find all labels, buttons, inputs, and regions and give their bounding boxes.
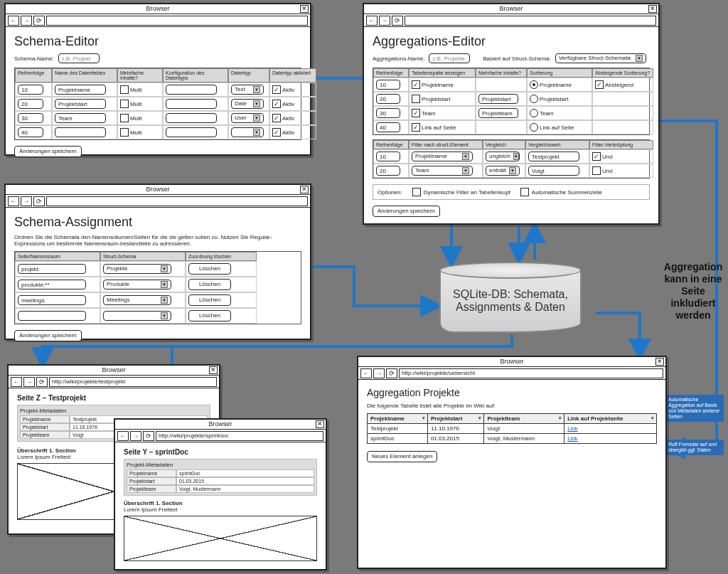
namespace-input[interactable]: produkte:** [18,280,86,289]
show-column-checkbox[interactable] [412,95,420,103]
compare-select[interactable]: ungleich▼ [486,152,520,161]
datatype-select[interactable]: Text▼ [231,85,264,95]
datatype-select[interactable]: User▼ [231,113,264,123]
schema-select[interactable]: Meetings▼ [103,295,171,305]
config-input[interactable] [166,113,217,123]
schema-name-input[interactable]: z.B. Projekt [58,53,100,63]
forward-icon[interactable]: → [21,196,32,206]
forward-icon[interactable]: → [21,16,32,26]
config-input[interactable] [166,127,217,137]
field-name-input[interactable]: Team [55,113,106,123]
url-input[interactable]: http://wiki/projekte/testprojekt [49,377,217,387]
show-column-checkbox[interactable]: ✓ [412,123,420,132]
close-icon[interactable]: ✕ [209,366,218,374]
project-link[interactable]: Link [567,435,578,442]
desc-checkbox[interactable]: ✓ [595,80,604,89]
back-icon[interactable]: ← [11,377,22,387]
order-input[interactable]: 10 [376,152,400,161]
sort-icon[interactable]: ▾ [478,415,481,421]
close-icon[interactable]: ✕ [316,420,324,428]
sort-radio[interactable] [530,95,538,103]
active-checkbox[interactable]: ✓ [272,85,281,94]
config-input[interactable] [166,99,217,109]
order-input[interactable]: 10 [376,80,400,90]
delete-button[interactable]: Löschen [188,279,231,290]
multi-checkbox[interactable] [120,85,129,94]
aggregation-name-input[interactable]: z.B. Projekte [429,53,470,63]
field-name-input[interactable]: Projektstart [55,99,106,109]
compare-value-input[interactable]: Testprojekt [528,152,579,161]
filter-link-checkbox[interactable]: ✓ [592,152,601,161]
forward-icon[interactable]: → [23,377,35,387]
back-icon[interactable]: ← [8,196,19,206]
active-checkbox[interactable]: ✓ [272,100,281,108]
sort-radio[interactable] [530,80,538,89]
schema-select[interactable]: ▼ [103,311,171,321]
forward-icon[interactable]: → [373,368,385,378]
multi-checkbox[interactable] [120,114,129,122]
show-column-checkbox[interactable]: ✓ [412,109,420,117]
sort-icon[interactable]: ▾ [559,415,562,421]
sort-icon[interactable]: ▾ [651,415,654,421]
url-input[interactable] [46,16,308,26]
save-button[interactable]: Änderungen speichern [14,330,82,341]
url-input[interactable] [46,196,308,206]
order-input[interactable]: 20 [376,94,400,104]
field-name-input[interactable]: Projektname [55,85,106,95]
schema-select[interactable]: Produkte▼ [103,280,171,289]
save-button[interactable]: Änderungen speichern [373,206,440,217]
order-input[interactable]: 10 [18,85,43,95]
config-input[interactable] [166,85,217,95]
multi-input[interactable]: Projektstart [478,94,518,104]
filter-link-checkbox[interactable] [592,166,601,175]
back-icon[interactable]: ← [117,431,129,441]
active-checkbox[interactable]: ✓ [272,128,281,137]
close-icon[interactable]: ✕ [300,5,309,13]
option-sum-row-checkbox[interactable] [520,188,529,196]
close-icon[interactable]: ✕ [655,358,664,366]
filter-element-select[interactable]: Team▼ [412,166,473,176]
url-input[interactable]: http://wiki/projekte/sprintdoc [156,431,323,441]
field-name-input[interactable] [55,127,106,137]
back-icon[interactable]: ← [8,16,19,26]
delete-button[interactable]: Löschen [188,310,231,321]
reload-icon[interactable]: ⟳ [143,431,154,441]
close-icon[interactable]: ✕ [300,186,309,193]
compare-value-input[interactable]: Voigt [528,166,579,176]
url-input[interactable]: http://wiki/projekte/uebersicht [399,368,663,378]
sort-icon[interactable]: ▾ [422,415,425,421]
new-element-button[interactable]: Neues Element anlegen [367,451,437,462]
order-input[interactable]: 30 [18,113,43,123]
back-icon[interactable]: ← [366,16,378,26]
project-link[interactable]: Link [567,425,578,432]
order-input[interactable]: 20 [376,166,400,176]
sort-radio[interactable] [530,109,538,117]
order-input[interactable]: 40 [376,122,400,132]
sort-radio[interactable] [530,123,538,132]
datatype-select[interactable]: Date▼ [231,99,264,109]
reload-icon[interactable]: ⟳ [392,16,403,26]
reload-icon[interactable]: ⟳ [36,377,48,387]
compare-select[interactable]: enthält▼ [486,166,520,176]
option-dyn-filter-checkbox[interactable] [412,188,421,196]
active-checkbox[interactable]: ✓ [272,114,281,122]
order-input[interactable]: 30 [376,108,400,118]
back-icon[interactable]: ← [360,368,372,378]
multi-checkbox[interactable] [120,100,129,108]
save-button[interactable]: Änderungen speichern [14,146,82,157]
delete-button[interactable]: Löschen [188,263,231,275]
show-column-checkbox[interactable]: ✓ [412,80,420,89]
filter-element-select[interactable]: Projektname▼ [412,152,473,161]
forward-icon[interactable]: → [130,431,141,441]
namespace-input[interactable]: meetings: [18,295,86,305]
reload-icon[interactable]: ⟳ [33,16,45,26]
schema-select[interactable]: Projekte▼ [103,264,171,274]
url-input[interactable] [405,16,656,26]
reload-icon[interactable]: ⟳ [33,196,45,206]
forward-icon[interactable]: → [379,16,390,26]
reload-icon[interactable]: ⟳ [386,368,397,378]
multi-checkbox[interactable] [120,128,129,137]
close-icon[interactable]: ✕ [648,5,657,13]
namespace-input[interactable]: projekt: [18,264,86,274]
order-input[interactable]: 40 [18,127,43,137]
